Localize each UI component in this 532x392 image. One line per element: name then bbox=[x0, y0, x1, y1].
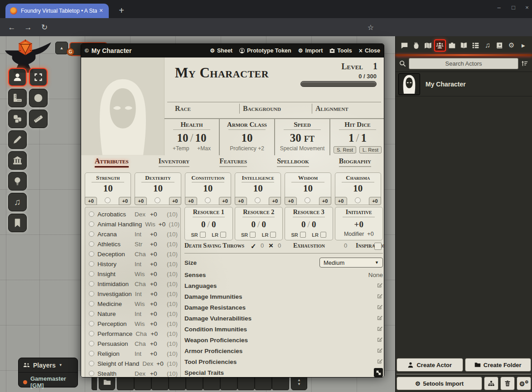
resource-max[interactable]: 0 bbox=[212, 220, 216, 229]
hp-tempmax-label[interactable]: +Max bbox=[197, 145, 211, 152]
skill-row[interactable]: Performance Cha +0 (10) bbox=[89, 329, 178, 339]
game-canvas[interactable]: ▲ G ♫ Players ▼ Gamemaste bbox=[0, 36, 532, 392]
ability-check-mod[interactable]: +0 bbox=[169, 197, 181, 205]
ability-block[interactable]: Dexterity 10 +0 +0 bbox=[135, 172, 181, 205]
skill-proficiency-radio[interactable] bbox=[89, 331, 94, 336]
skill-row[interactable]: Deception Cha +0 (10) bbox=[89, 249, 178, 259]
scene-nav-toggle[interactable]: ▲ bbox=[55, 42, 68, 54]
skill-row[interactable]: Animal Handling Wis +0 (10) bbox=[89, 219, 178, 229]
forward-button[interactable]: → bbox=[23, 22, 34, 33]
ability-score[interactable]: 10 bbox=[185, 183, 231, 194]
background-field[interactable]: Background bbox=[243, 105, 281, 113]
ability-check-mod[interactable]: +0 bbox=[119, 197, 131, 205]
tool-measure-template[interactable] bbox=[29, 89, 48, 107]
skill-proficiency-radio[interactable] bbox=[89, 231, 94, 237]
skill-proficiency-radio[interactable] bbox=[89, 341, 94, 346]
tools-button[interactable]: Tools bbox=[329, 48, 352, 54]
skill-proficiency-radio[interactable] bbox=[89, 321, 94, 326]
tab-tables[interactable] bbox=[470, 39, 482, 52]
ability-proficiency-pip[interactable] bbox=[105, 197, 111, 203]
tool-drawings[interactable] bbox=[8, 130, 27, 149]
ability-check-mod[interactable]: +0 bbox=[319, 197, 331, 205]
ability-proficiency-pip[interactable] bbox=[305, 197, 310, 203]
ability-proficiency-pip[interactable] bbox=[205, 197, 211, 203]
hp-max[interactable]: 10 bbox=[195, 132, 206, 144]
tab-biography[interactable]: Biography bbox=[339, 157, 371, 167]
short-rest-checkbox[interactable] bbox=[250, 232, 256, 238]
skill-row[interactable]: Sleight of Hand Dex +0 (10) bbox=[89, 359, 178, 368]
hd-max[interactable]: 1 bbox=[361, 132, 367, 144]
edit-icon[interactable] bbox=[377, 325, 383, 333]
tool-dice-roller[interactable] bbox=[8, 110, 27, 128]
skill-proficiency-radio[interactable] bbox=[89, 241, 94, 247]
ability-check-mod[interactable]: +0 bbox=[369, 197, 381, 205]
hit-dice-block[interactable]: Hit Dice 1/1 S. Rest L. Rest bbox=[329, 119, 384, 155]
back-button[interactable]: ← bbox=[6, 22, 17, 33]
initiative-value[interactable]: +0 bbox=[335, 219, 383, 230]
window-resize-handle[interactable] bbox=[374, 368, 383, 377]
short-rest-checkbox[interactable] bbox=[300, 232, 306, 238]
resource-current[interactable]: 0 bbox=[201, 220, 206, 229]
ability-score[interactable]: 10 bbox=[285, 183, 330, 194]
race-field[interactable]: Race bbox=[175, 105, 191, 113]
skill-row[interactable]: Intimidation Cha +0 (10) bbox=[89, 279, 178, 289]
resource-current[interactable]: 0 bbox=[301, 220, 306, 229]
bookmark-star-icon[interactable]: ☆ bbox=[365, 22, 376, 33]
ability-block[interactable]: Intelligence 10 +0 +0 bbox=[235, 172, 281, 205]
alignment-field[interactable]: Alignment bbox=[315, 105, 348, 113]
special-movement-label[interactable]: Special Movement bbox=[280, 145, 325, 152]
player-row[interactable]: Gamemaster [GM] bbox=[19, 373, 77, 392]
skill-row[interactable]: Persuasion Cha +0 (10) bbox=[89, 339, 178, 349]
edit-icon[interactable] bbox=[377, 282, 383, 290]
ability-save-mod[interactable]: +0 bbox=[335, 197, 347, 205]
initiative-block[interactable]: Initiative +0 Modifier +0 bbox=[335, 207, 383, 240]
sheet-config-button[interactable]: ⚙Sheet bbox=[210, 48, 232, 54]
hotbar-page-up-icon[interactable]: ▲ bbox=[297, 378, 301, 382]
close-window-button[interactable]: ×Close bbox=[359, 47, 380, 54]
hp-current[interactable]: 10 bbox=[177, 132, 189, 144]
tab-inventory[interactable]: Inventory bbox=[159, 157, 190, 167]
ability-block[interactable]: Constitution 10 +0 +0 bbox=[185, 172, 231, 205]
skill-proficiency-radio[interactable] bbox=[89, 361, 94, 366]
skill-proficiency-radio[interactable] bbox=[89, 261, 94, 267]
ability-block[interactable]: Wisdom 10 +0 +0 bbox=[285, 172, 331, 205]
skill-proficiency-radio[interactable] bbox=[89, 281, 94, 287]
new-tab-button[interactable]: + bbox=[115, 5, 128, 17]
tab-playlists[interactable]: ♫ bbox=[482, 39, 493, 52]
skill-proficiency-radio[interactable] bbox=[89, 251, 94, 257]
skill-proficiency-radio[interactable] bbox=[89, 351, 94, 356]
long-rest-checkbox[interactable] bbox=[270, 232, 276, 238]
hp-temp-label[interactable]: +Temp bbox=[173, 145, 189, 152]
settings-button[interactable]: ⚙⚙ bbox=[517, 377, 531, 390]
edit-icon[interactable] bbox=[377, 358, 383, 366]
ability-score[interactable]: 10 bbox=[235, 183, 281, 194]
short-rest-button[interactable]: S. Rest bbox=[334, 146, 356, 153]
ability-block[interactable]: Charisma 10 +0 +0 bbox=[335, 172, 381, 205]
tab-attributes[interactable]: Attributes bbox=[95, 157, 129, 167]
prototype-token-button[interactable]: Prototype Token bbox=[239, 48, 291, 54]
skill-proficiency-radio[interactable] bbox=[89, 371, 94, 376]
skill-row[interactable]: Medicine Wis +0 (10) bbox=[89, 299, 178, 309]
skill-row[interactable]: Perception Wis +0 (10) bbox=[89, 319, 178, 329]
death-fail-value[interactable]: 0 bbox=[278, 242, 281, 249]
tool-tiles[interactable] bbox=[8, 151, 27, 170]
resource-max[interactable]: 0 bbox=[261, 220, 266, 229]
browser-tab[interactable]: Foundry Virtual Tabletop • A Stan × bbox=[5, 4, 109, 18]
ability-save-mod[interactable]: +0 bbox=[285, 197, 297, 205]
tool-ruler[interactable] bbox=[29, 110, 48, 128]
ability-check-mod[interactable]: +0 bbox=[269, 197, 281, 205]
resource-block[interactable]: Resource 3 0/0 SR LR bbox=[285, 207, 333, 240]
edit-icon[interactable] bbox=[377, 347, 383, 355]
5etools-import-button[interactable]: ⚙ 5etools Import bbox=[397, 377, 482, 390]
edit-icon[interactable] bbox=[377, 315, 383, 322]
ability-save-mod[interactable]: +0 bbox=[185, 197, 197, 205]
edit-icon[interactable] bbox=[377, 293, 383, 301]
tab-compendium[interactable] bbox=[493, 39, 505, 52]
skill-proficiency-radio[interactable] bbox=[89, 211, 94, 217]
players-header[interactable]: Players ▼ bbox=[19, 358, 77, 373]
skill-row[interactable]: Insight Wis +0 (10) bbox=[89, 269, 178, 279]
tab-settings[interactable]: ⚙ bbox=[506, 39, 517, 52]
initiative-modifier[interactable]: +0 bbox=[367, 231, 373, 237]
short-rest-checkbox[interactable] bbox=[200, 232, 206, 238]
actor-avatar[interactable] bbox=[398, 73, 420, 95]
